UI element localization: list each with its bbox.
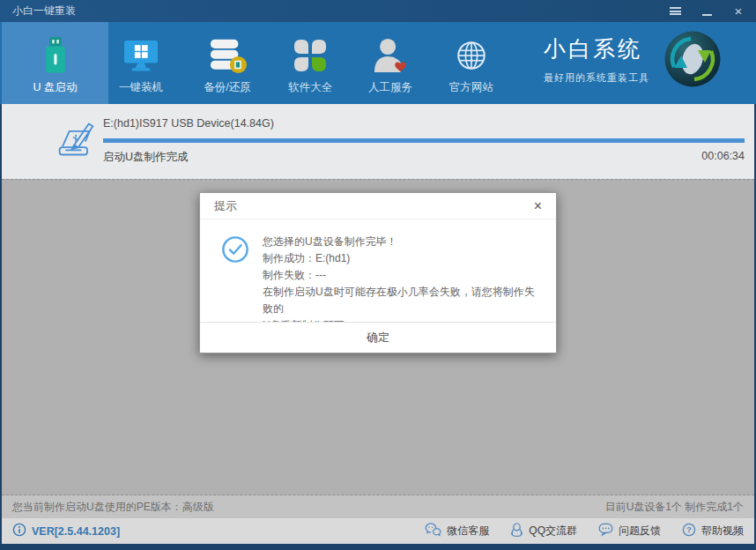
feedback-link[interactable]: 问题反馈 [598,523,661,540]
dialog-body: 您选择的U盘设备制作完毕！ 制作成功：E:(hd1) 制作失败：--- 在制作启… [200,219,556,334]
link-label: 问题反馈 [619,524,661,539]
software-clover-icon [293,33,328,78]
dialog-message-line: 在制作启动U盘时可能存在极小几率会失败，请您将制作失败的 [263,284,544,317]
footer-bar: VER[2.5.44.1203] 微信客服 [2,518,754,544]
nav-tab-usb-boot[interactable]: U 盘启动 [2,22,108,104]
feedback-icon [598,523,613,539]
dialog-header: 提示 × [200,193,556,219]
nav-bar: U 盘启动 一键装机 [0,22,756,104]
qq-icon [510,523,523,540]
dialog-message-line: 制作失败：--- [263,267,544,284]
progress-status: 启动U盘制作完成 [103,150,189,165]
wechat-icon [425,523,441,539]
monitor-windows-icon [122,33,160,78]
nav-label: 官方网站 [449,80,493,95]
device-count-text: 目前U盘设备1个 制作完成1个 [605,500,744,515]
app-window: 小白一键重装 × U 盘启动 [0,0,756,550]
nav-label: 软件大全 [288,80,332,95]
link-label: 微信客服 [447,524,489,539]
help-video-icon: ? [682,523,696,539]
usb-progress-panel: E:(hd1)IS917 USB Device(14.84G) 启动U盘制作完成… [2,104,754,179]
pe-version-text: 您当前制作启动U盘使用的PE版本：高级版 [12,500,214,515]
menu-icon[interactable] [668,4,682,19]
nav-tab-backup-restore[interactable]: 备份/还原 [183,22,271,104]
brand-title: 小白系统 [544,34,649,63]
title-bar: 小白一键重装 × [0,0,756,22]
usb-drive-icon [41,33,70,78]
dialog-message-line: 制作成功：E:(hd1) [263,250,544,267]
nav-tab-software[interactable]: 软件大全 [266,22,354,104]
link-label: QQ交流群 [529,524,577,539]
dialog-title: 提示 [214,198,237,214]
nav-label: 一键装机 [119,80,163,95]
elapsed-time: 00:06:34 [701,150,745,162]
status-bar: 您当前制作启动U盘使用的PE版本：高级版 目前U盘设备1个 制作完成1个 [2,495,754,518]
globe-icon [455,33,488,78]
device-name: E:(hd1)IS917 USB Device(14.84G) [103,117,274,130]
brand-subtitle: 最好用的系统重装工具 [544,71,649,85]
nav-tab-official-site[interactable]: 官方网站 [427,22,515,104]
nav-tab-human-service[interactable]: 人工服务 [346,22,434,104]
link-label: 帮助视频 [701,524,744,539]
dialog-message-line: 您选择的U盘设备制作完毕！ [263,234,544,250]
svg-text:?: ? [686,524,692,534]
dimmed-overlay: 提示 × 您选择的U盘设备制作完毕！ 制作成功：E:(hd1) 制作失败：---… [2,179,754,495]
check-circle-icon [221,235,249,334]
brand-block: 小白系统 最好用的系统重装工具 [544,34,649,85]
sync-sphere-logo-icon [663,30,722,88]
nav-tab-one-key-install[interactable]: 一键装机 [97,22,185,104]
close-icon[interactable]: × [731,4,745,19]
help-video-link[interactable]: ? 帮助视频 [682,523,744,540]
nav-label: 人工服务 [368,80,412,95]
dialog-close-icon[interactable]: × [534,199,542,213]
nav-label: U 盘启动 [33,80,78,95]
result-dialog: 提示 × 您选择的U盘设备制作完毕！ 制作成功：E:(hd1) 制作失败：---… [199,192,557,353]
backup-restore-icon [208,33,247,78]
qq-group-link[interactable]: QQ交流群 [510,523,577,540]
drive-write-icon [56,118,97,164]
info-icon [12,523,26,539]
nav-label: 备份/还原 [204,80,250,95]
minimize-icon[interactable] [700,4,714,19]
window-title: 小白一键重装 [12,4,76,19]
person-heart-icon [373,33,408,78]
version-text: VER[2.5.44.1203] [32,525,120,538]
progress-bar [103,138,745,143]
version-button[interactable]: VER[2.5.44.1203] [12,523,120,539]
ok-button[interactable]: 确定 [200,322,556,353]
wechat-support-link[interactable]: 微信客服 [425,523,489,540]
